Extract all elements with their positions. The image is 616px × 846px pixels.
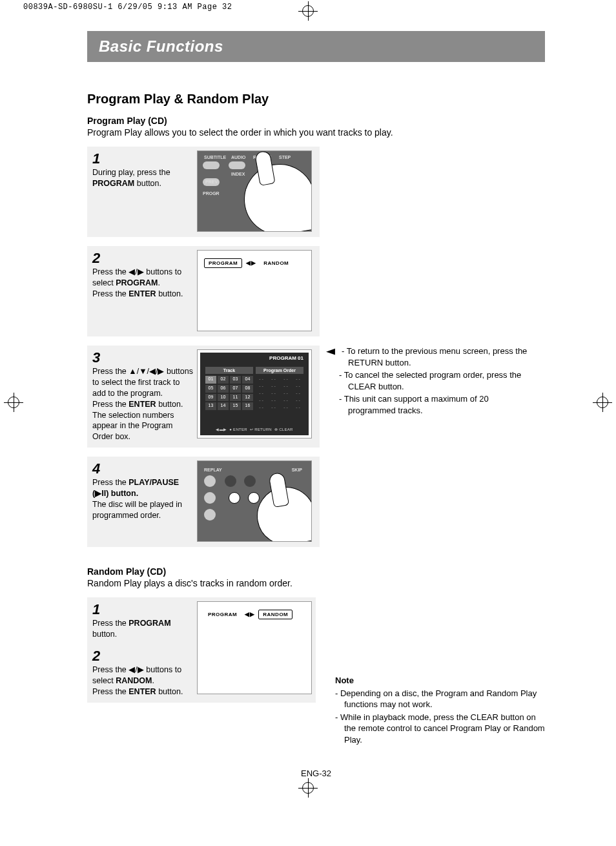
step-3-text-d: button.: [156, 400, 183, 409]
rand-2-text-c: .: [152, 676, 154, 685]
step-4-figure: REPLAY SKIP: [197, 460, 312, 542]
step-3-figure: PROGRAM 01 Track Program Order 01 02 03: [197, 349, 312, 438]
program-screen-footer: ◀▬▶ ● ENTER ↩ RETURN ⊗ CLEAR: [205, 427, 303, 431]
rand-2-bold-a: RANDOM: [116, 676, 152, 685]
remote-label-audio: AUDIO: [231, 155, 246, 160]
step-2-text-e: button.: [156, 289, 183, 298]
track-cell: 06: [218, 385, 229, 393]
left-right-icon: ◀/▶: [128, 665, 143, 674]
track-cell: 03: [230, 376, 241, 384]
order-cell: - -: [280, 383, 291, 389]
step-1-bold: PROGRAM: [92, 179, 134, 188]
remote-label-prev: PREV: [205, 180, 218, 184]
random-figure: PROGRAM ◀▶ RANDOM: [197, 601, 312, 694]
remote-label-index: INDEX: [231, 172, 245, 176]
step-3-num: 3: [92, 351, 193, 365]
order-cell: - -: [256, 397, 267, 403]
rand-1-bold: PROGRAM: [128, 619, 170, 628]
order-cell: - -: [280, 404, 291, 410]
page-heading: Program Play & Random Play: [87, 92, 545, 107]
program-screen-title: PROGRAM 01: [269, 355, 303, 361]
step-1-figure: SUBTITLE AUDIO REPEAT STEP INDEX PREV PR…: [197, 150, 312, 232]
step-1: 1 During play, press the PROGRAM button.…: [87, 147, 320, 237]
step-2-num: 2: [92, 251, 193, 265]
side-notes: ◀- To return to the previous menu screen…: [339, 346, 530, 417]
random-desc: Random Play plays a disc's tracks in ran…: [87, 578, 545, 588]
registration-mark-bottom: [298, 778, 318, 798]
order-cell: - -: [268, 390, 279, 396]
rand-1-text-b: button.: [92, 630, 117, 639]
step-4-text-c: ) button.: [106, 489, 138, 498]
track-cell: 14: [218, 402, 229, 410]
random-chip: RANDOM: [258, 610, 293, 619]
hand-icon: [238, 158, 312, 232]
note-block: Note - Depending on a disc, the Program …: [335, 675, 545, 747]
step-4-text-d: The disc will be played in programmed or…: [92, 500, 182, 520]
track-grid: 01 02 03 04 05 06 07 08 09 10: [205, 376, 253, 410]
side-note-2: - To cancel the selected program order, …: [339, 369, 530, 392]
step-2: 2 Press the ◀/▶ buttons to select PROGRA…: [87, 246, 320, 336]
order-cell: - -: [293, 397, 303, 403]
section-banner: Basic Functions: [87, 31, 545, 62]
remote-label-step: STEP: [279, 155, 291, 160]
note-title: Note: [335, 675, 545, 686]
rand-2-bold-b: ENTER: [128, 687, 156, 696]
page-number: ENG-32: [87, 769, 545, 778]
track-cell: 04: [242, 376, 253, 384]
play-pause-icon: ▶II: [95, 489, 106, 498]
remote-label-skip: SKIP: [292, 468, 302, 472]
note-1: - Depending on a disc, the Program and R…: [335, 688, 545, 710]
program-chip: PROGRAM: [204, 610, 241, 619]
program-title: Program Play (CD): [87, 116, 545, 126]
col-program-order: Program Order: [256, 367, 303, 374]
program-desc: Program Play allows you to select the or…: [87, 127, 545, 138]
rand-2-text-a: Press the: [92, 665, 128, 674]
step-3: 3 Press the ▲/▼/◀/▶ buttons to select th…: [87, 346, 320, 448]
track-cell: 12: [242, 394, 253, 402]
track-cell: 16: [242, 402, 253, 410]
track-cell: 13: [205, 402, 216, 410]
step-2-bold-b: ENTER: [128, 289, 156, 298]
track-cell: 02: [218, 376, 229, 384]
rand-step-1-num: 1: [92, 603, 193, 617]
order-cell: - -: [256, 404, 267, 410]
track-cell: 10: [218, 394, 229, 402]
arrows-icon: ◀▶: [245, 611, 254, 617]
order-cell: - -: [293, 404, 303, 410]
track-cell: 08: [242, 385, 253, 393]
order-cell: - -: [280, 376, 291, 382]
rand-2-text-d: Press the: [92, 687, 128, 696]
step-4-text-a: Press the: [92, 478, 128, 487]
step-4: 4 Press the PLAY/PAUSE (▶II) button. The…: [87, 457, 320, 547]
order-grid: - - - - - - - - - - - - - - - - - - -: [256, 376, 303, 410]
random-title: Random Play (CD): [87, 566, 545, 577]
step-1-num: 1: [92, 152, 193, 166]
order-cell: - -: [268, 397, 279, 403]
step-2-bold-a: PROGRAM: [116, 278, 158, 287]
rand-step-2-num: 2: [92, 649, 193, 663]
step-2-text-a: Press the: [92, 267, 128, 276]
step-3-bold: ENTER: [128, 400, 156, 409]
order-cell: - -: [256, 390, 267, 396]
hand-icon: [252, 482, 312, 542]
step-3-text-a: Press the: [92, 367, 128, 376]
step-3-text-c: Press the: [92, 400, 128, 409]
step-1-text-b: button.: [134, 179, 161, 188]
step-2-text-c: .: [158, 278, 159, 287]
arrows-icon: ◀▶: [246, 260, 256, 266]
step-4-num: 4: [92, 462, 193, 476]
track-cell: 15: [230, 402, 241, 410]
remote-label-progr: PROGR: [203, 191, 220, 196]
side-note-3: - This unit can support a maximum of 20 …: [339, 393, 530, 416]
track-cell: 07: [230, 385, 241, 393]
step-3-text-e: The selection numbers appear in the Prog…: [92, 411, 174, 442]
step-2-figure: PROGRAM ◀▶ RANDOM: [197, 250, 312, 331]
random-chip: RANDOM: [260, 259, 293, 267]
col-track: Track: [205, 367, 253, 374]
remote-label-replay: REPLAY: [204, 468, 222, 472]
order-cell: - -: [268, 383, 279, 389]
track-cell: 01: [205, 376, 216, 384]
order-cell: - -: [280, 390, 291, 396]
side-note-1: - To return to the previous menu screen,…: [342, 346, 527, 367]
remote-label-subtitle: SUBTITLE: [204, 155, 226, 160]
